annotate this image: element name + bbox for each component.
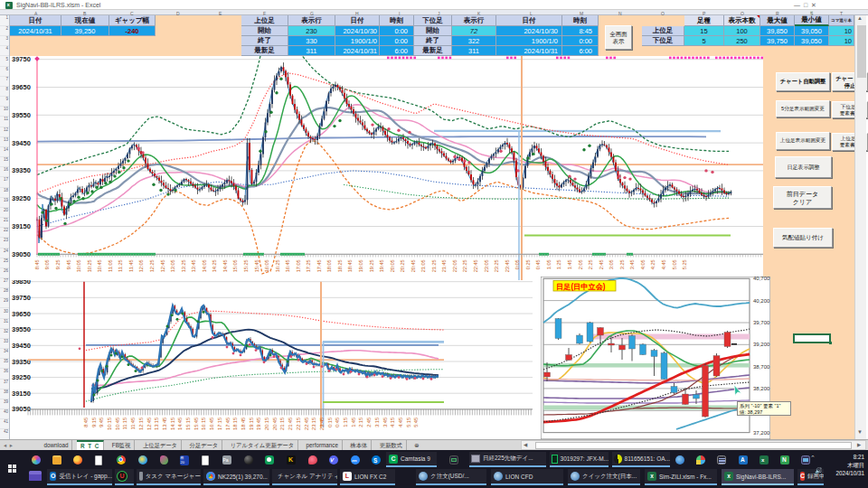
svg-text:15:05: 15:05 (233, 259, 239, 272)
svg-text:18:45: 18:45 (241, 418, 246, 430)
svg-text:40,700: 40,700 (753, 277, 770, 281)
svg-text:40,200: 40,200 (753, 298, 770, 304)
svg-text:9:45: 9:45 (66, 259, 71, 269)
svg-text:22:05: 22:05 (452, 259, 458, 272)
svg-text:22:25: 22:25 (463, 259, 468, 272)
svg-text:3:45: 3:45 (629, 259, 635, 269)
svg-text:1:45: 1:45 (567, 259, 572, 269)
svg-text:39750: 39750 (12, 294, 31, 302)
svg-text:12:45: 12:45 (146, 418, 152, 430)
svg-text:3:25: 3:25 (619, 259, 625, 269)
svg-text:15:25: 15:25 (243, 259, 249, 272)
svg-text:14:15: 14:15 (170, 418, 175, 430)
svg-text:4:45: 4:45 (661, 259, 666, 269)
svg-text:9:45: 9:45 (99, 418, 104, 427)
svg-text:21:45: 21:45 (442, 259, 448, 272)
svg-text:2:05: 2:05 (578, 259, 583, 269)
svg-text:10:15: 10:15 (107, 418, 112, 430)
svg-text:9:15: 9:15 (91, 418, 97, 427)
svg-text:23:15: 23:15 (311, 418, 316, 430)
svg-text:1:05: 1:05 (546, 259, 552, 269)
svg-text:2:25: 2:25 (588, 259, 593, 269)
svg-text:14:45: 14:45 (222, 259, 228, 272)
svg-text:39250: 39250 (12, 194, 31, 202)
svg-text:39550: 39550 (12, 325, 31, 333)
svg-text:16:05: 16:05 (264, 259, 269, 272)
svg-text:8:45: 8:45 (83, 418, 89, 427)
svg-text:15:45: 15:45 (254, 259, 259, 272)
svg-text:3:05: 3:05 (609, 259, 614, 269)
svg-text:11:25: 11:25 (118, 259, 123, 272)
svg-text:21:25: 21:25 (431, 259, 437, 272)
svg-text:22:45: 22:45 (473, 259, 478, 272)
svg-text:39,700: 39,700 (753, 320, 770, 325)
svg-text:9:05: 9:05 (45, 259, 51, 269)
svg-text:39850: 39850 (12, 280, 31, 286)
svg-text:16:45: 16:45 (285, 259, 290, 272)
svg-text:16:25: 16:25 (275, 259, 280, 272)
svg-text:17:05: 17:05 (296, 259, 301, 272)
svg-text:3:15: 3:15 (374, 418, 380, 427)
svg-text:1:25: 1:25 (557, 259, 562, 269)
svg-text:39550: 39550 (12, 111, 31, 119)
svg-text:18:45: 18:45 (348, 259, 354, 272)
svg-text:17:25: 17:25 (306, 259, 311, 272)
svg-text:14:05: 14:05 (202, 259, 207, 272)
svg-text:18:25: 18:25 (337, 259, 343, 272)
svg-text:10:05: 10:05 (76, 259, 81, 272)
svg-text:0:05: 0:05 (514, 259, 520, 269)
svg-text:15:45: 15:45 (193, 418, 199, 430)
svg-text:23:45: 23:45 (319, 418, 325, 430)
svg-text:39,200: 39,200 (753, 342, 770, 347)
svg-text:16:15: 16:15 (202, 418, 207, 430)
svg-text:1:45: 1:45 (351, 418, 356, 427)
svg-text:18:15: 18:15 (232, 418, 238, 430)
svg-text:22:15: 22:15 (296, 418, 301, 430)
svg-text:39450: 39450 (12, 139, 31, 147)
svg-text:13:45: 13:45 (162, 418, 167, 430)
svg-text:20:15: 20:15 (264, 418, 269, 430)
svg-text:39150: 39150 (12, 222, 31, 230)
svg-text:39650: 39650 (12, 310, 31, 318)
svg-text:37,200: 37,200 (753, 430, 770, 436)
svg-text:4:15: 4:15 (390, 418, 395, 427)
svg-text:21:05: 21:05 (420, 259, 426, 272)
svg-text:12:05: 12:05 (139, 259, 145, 272)
svg-text:13:25: 13:25 (181, 259, 186, 272)
svg-text:3:45: 3:45 (382, 418, 388, 427)
svg-text:39450: 39450 (12, 342, 31, 350)
svg-text:38,200: 38,200 (753, 386, 770, 391)
svg-text:11:05: 11:05 (108, 259, 113, 272)
svg-text:39350: 39350 (12, 358, 31, 366)
svg-text:15:15: 15:15 (185, 418, 191, 430)
svg-text:14:45: 14:45 (177, 418, 183, 430)
svg-text:8:45: 8:45 (34, 259, 40, 269)
svg-text:19:25: 19:25 (369, 259, 374, 272)
svg-text:11:45: 11:45 (130, 418, 136, 430)
svg-text:16:45: 16:45 (209, 418, 214, 430)
svg-text:9:25: 9:25 (55, 259, 61, 269)
svg-text:23:45: 23:45 (505, 259, 510, 272)
svg-text:14:25: 14:25 (212, 259, 217, 272)
svg-text:0:45: 0:45 (535, 259, 541, 269)
svg-text:21:45: 21:45 (288, 418, 293, 430)
svg-text:19:05: 19:05 (358, 259, 363, 272)
svg-text:5:25: 5:25 (682, 259, 687, 269)
svg-text:5:45: 5:45 (413, 418, 419, 427)
svg-text:13:15: 13:15 (154, 418, 159, 430)
svg-text:23:25: 23:25 (494, 259, 499, 272)
svg-text:4:45: 4:45 (398, 418, 403, 427)
svg-text:19:45: 19:45 (256, 418, 261, 430)
svg-text:2:45: 2:45 (366, 418, 372, 427)
svg-text:10:25: 10:25 (87, 259, 92, 272)
svg-text:2:45: 2:45 (599, 259, 604, 269)
svg-text:18:05: 18:05 (326, 259, 332, 272)
svg-text:39050: 39050 (12, 250, 31, 258)
svg-text:0:45: 0:45 (335, 418, 340, 427)
svg-text:21:15: 21:15 (280, 418, 286, 430)
svg-text:20:05: 20:05 (390, 259, 395, 272)
svg-text:38,700: 38,700 (753, 364, 770, 370)
svg-text:23:05: 23:05 (484, 259, 489, 272)
svg-text:5:15: 5:15 (406, 418, 411, 427)
svg-text:2:15: 2:15 (359, 418, 364, 427)
